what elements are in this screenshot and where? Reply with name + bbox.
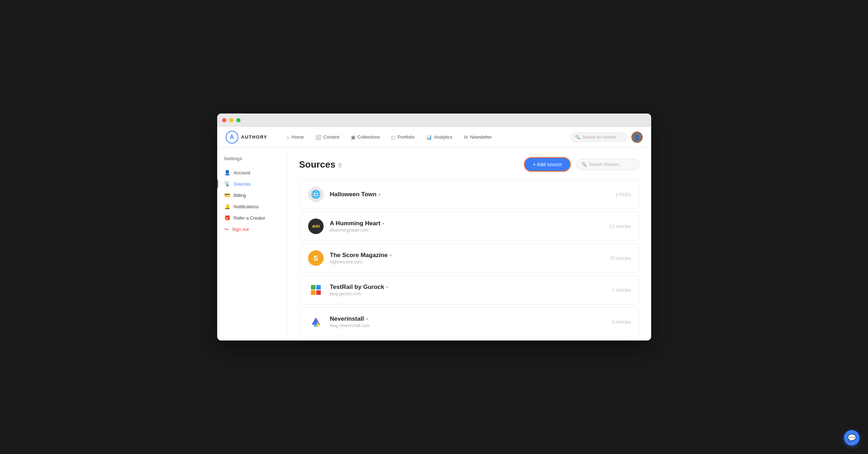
logo-text: AUTHORY <box>241 134 267 140</box>
collections-icon: ▣ <box>351 134 355 140</box>
source-info-ahh: A Humming Heart ▾ ahummingheart.com <box>330 220 610 233</box>
source-card-score[interactable]: S The Score Magazine ▾ highonscore.com 7… <box>299 244 640 273</box>
nav-analytics-label: Analytics <box>434 134 452 140</box>
source-icon-testrail <box>308 282 324 298</box>
search-placeholder: Search all content <box>583 135 617 140</box>
bell-icon: 🔔 <box>224 204 230 209</box>
chevron-down-icon-neverinstall: ▾ <box>366 317 368 321</box>
neverinstall-logo-icon <box>309 315 323 329</box>
source-icon-halloween: 🌐 <box>308 187 324 202</box>
portfolio-icon: ◻ <box>391 134 395 140</box>
nav-collections-label: Collections <box>358 134 380 140</box>
source-info-neverinstall: Neverinstall ▾ blog.neverinstall.com <box>330 315 612 328</box>
global-search[interactable]: 🔍 Search all content <box>571 133 627 142</box>
sidebar-account-label: Account <box>234 170 250 175</box>
source-url-testrail: blog.gurock.com <box>330 291 612 296</box>
nav-home[interactable]: ⌂ Home <box>282 132 309 142</box>
source-card-neverinstall[interactable]: Neverinstall ▾ blog.neverinstall.com 6 A… <box>299 307 640 336</box>
nav-portfolio[interactable]: ◻ Portfolio <box>386 132 419 142</box>
logo[interactable]: A AUTHORY <box>226 131 267 144</box>
nav-newsletter-label: Newsletter <box>470 134 492 140</box>
gift-icon: 🎁 <box>224 215 230 221</box>
nav-newsletter[interactable]: ✉ Newsletter <box>459 132 497 142</box>
source-url-neverinstall: blog.neverinstall.com <box>330 323 612 328</box>
sidebar: Settings 👤 Account 📡 Sources 💳 Billing 🔔… <box>217 147 288 340</box>
source-name-neverinstall: Neverinstall ▾ <box>330 315 612 322</box>
source-count-testrail: 1 Articles <box>612 287 631 293</box>
sidebar-billing-label: Billing <box>234 193 246 198</box>
source-icon-ahh: AHH <box>308 219 324 234</box>
sidebar-item-signout[interactable]: ↪ Sign out <box>217 223 288 235</box>
home-icon: ⌂ <box>287 134 289 140</box>
nav-home-label: Home <box>291 134 304 140</box>
source-card-ahh[interactable]: AHH A Humming Heart ▾ ahummingheart.com … <box>299 212 640 241</box>
add-source-button[interactable]: + Add source <box>524 157 570 171</box>
chevron-down-icon-ahh: ▾ <box>382 222 384 226</box>
nav-content[interactable]: ⬜ Content <box>310 132 345 142</box>
rss-icon: 📡 <box>224 181 230 187</box>
source-count-ahh: 17 Articles <box>610 224 631 229</box>
nav-right: 🔍 Search all content 👤 <box>571 132 643 143</box>
sidebar-item-notifications[interactable]: 🔔 Notifications <box>217 201 288 212</box>
title-bar <box>217 114 651 127</box>
search-icon: 🔍 <box>575 135 580 140</box>
minimize-button[interactable] <box>229 118 233 122</box>
newsletter-icon: ✉ <box>464 134 468 140</box>
analytics-icon: 📊 <box>426 134 432 140</box>
source-name-testrail: TestRail by Gurock ▾ <box>330 284 612 291</box>
sidebar-item-account[interactable]: 👤 Account <box>217 167 288 178</box>
source-icon-score: S <box>308 250 324 266</box>
source-name-score: The Score Magazine ▾ <box>330 252 610 259</box>
close-button[interactable] <box>222 118 226 122</box>
nav-portfolio-label: Portfolio <box>398 134 415 140</box>
sidebar-item-sources[interactable]: 📡 Sources <box>217 178 288 190</box>
chat-icon: 💬 <box>847 433 856 442</box>
globe-icon: 🌐 <box>311 190 320 199</box>
source-list: 🌐 Halloween Town ▾ 2 PDFs <box>299 180 640 339</box>
chevron-down-icon-testrail: ▾ <box>386 285 388 289</box>
header-right: + Add source 🔍 Search Sources... <box>524 157 640 171</box>
search-sources-placeholder: Search Sources... <box>589 162 623 167</box>
source-name-ahh: A Humming Heart ▾ <box>330 220 610 227</box>
page-title-text: Sources <box>299 159 336 170</box>
sidebar-item-refer[interactable]: 🎁 Refer a Creator <box>217 212 288 223</box>
top-nav: A AUTHORY ⌂ Home ⬜ Content ▣ Collections <box>217 127 651 147</box>
content-header: Sources 9 + Add source 🔍 Search Sources.… <box>299 157 640 171</box>
source-info-score: The Score Magazine ▾ highonscore.com <box>330 252 610 264</box>
source-card-halloween[interactable]: 🌐 Halloween Town ▾ 2 PDFs <box>299 180 640 209</box>
sidebar-sources-label: Sources <box>234 181 251 187</box>
sidebar-signout-label: Sign out <box>232 227 249 232</box>
nav-analytics[interactable]: 📊 Analytics <box>421 132 457 142</box>
nav-links: ⌂ Home ⬜ Content ▣ Collections ◻ Portfol… <box>282 132 571 142</box>
source-url-ahh: ahummingheart.com <box>330 228 610 233</box>
maximize-button[interactable] <box>236 118 241 122</box>
sidebar-refer-label: Refer a Creator <box>234 215 266 221</box>
source-name-halloween: Halloween Town ▾ <box>330 191 616 198</box>
chevron-down-icon: ▾ <box>378 193 380 197</box>
source-url-score: highonscore.com <box>330 260 610 264</box>
person-icon: 👤 <box>224 170 230 175</box>
sources-count: 9 <box>338 162 342 169</box>
source-icon-neverinstall <box>308 314 324 330</box>
nav-content-label: Content <box>323 134 340 140</box>
search-sources[interactable]: 🔍 Search Sources... <box>576 159 640 170</box>
search-sources-icon: 🔍 <box>581 162 587 167</box>
page-title: Sources 9 <box>299 159 342 170</box>
source-count-neverinstall: 6 Articles <box>612 319 631 325</box>
nav-collections[interactable]: ▣ Collections <box>346 132 385 142</box>
chevron-down-icon-score: ▾ <box>390 254 392 257</box>
source-card-testrail[interactable]: TestRail by Gurock ▾ blog.gurock.com 1 A… <box>299 275 640 304</box>
content-area: Sources 9 + Add source 🔍 Search Sources.… <box>288 147 651 340</box>
sign-out-icon: ↪ <box>224 226 228 232</box>
source-count-halloween: 2 PDFs <box>615 192 631 197</box>
chat-button[interactable]: 💬 <box>844 430 860 446</box>
sidebar-item-billing[interactable]: 💳 Billing <box>217 190 288 201</box>
source-info-testrail: TestRail by Gurock ▾ blog.gurock.com <box>330 284 612 296</box>
sidebar-notifications-label: Notifications <box>234 204 259 209</box>
main-area: Settings 👤 Account 📡 Sources 💳 Billing 🔔… <box>217 147 651 340</box>
avatar[interactable]: 👤 <box>631 132 643 143</box>
logo-icon: A <box>226 131 238 144</box>
sidebar-title: Settings <box>217 156 288 161</box>
credit-card-icon: 💳 <box>224 192 230 198</box>
source-info-halloween: Halloween Town ▾ <box>330 191 616 198</box>
